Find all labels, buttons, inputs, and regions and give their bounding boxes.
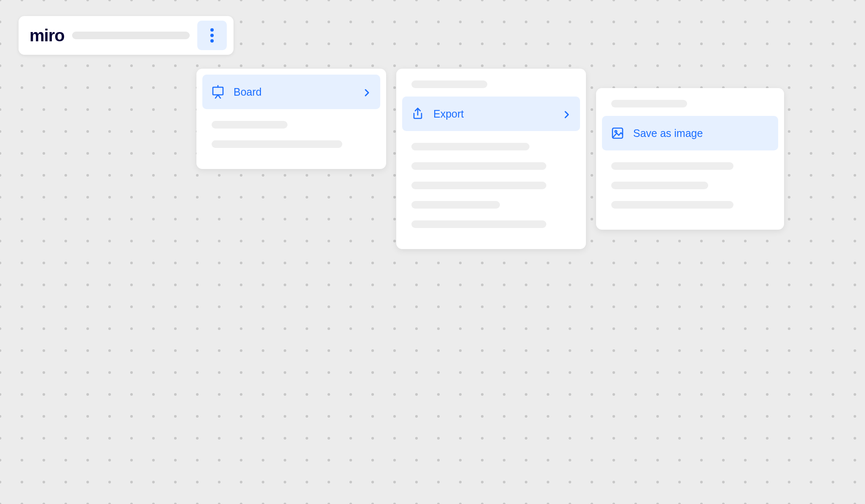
miro-logo[interactable]: miro [30,26,64,45]
menu-item-board[interactable]: Board [202,75,380,109]
board-submenu-dropdown: Export [396,69,586,249]
board-toolbar: miro [19,16,234,55]
menu-item-placeholder[interactable] [611,162,733,170]
menu-item-export[interactable]: Export [402,97,580,131]
kebab-icon [210,28,214,43]
svg-point-1 [210,34,214,37]
menu-item-placeholder[interactable] [411,182,546,189]
main-menu-dropdown: Board [196,69,386,169]
menu-item-label: Export [433,108,555,120]
svg-point-0 [210,28,214,32]
menu-item-label: Board [234,86,355,98]
menu-item-placeholder[interactable] [411,143,529,150]
svg-point-9 [615,131,617,132]
menu-item-save-as-image[interactable]: Save as image [602,116,778,150]
menu-item-placeholder[interactable] [411,80,487,88]
export-upload-icon [411,107,424,120]
menu-item-placeholder[interactable] [611,182,708,189]
svg-point-2 [210,39,214,43]
board-easel-icon [212,86,224,98]
export-submenu-dropdown: Save as image [596,88,784,230]
menu-item-placeholder[interactable] [611,100,687,107]
menu-item-placeholder[interactable] [411,162,546,170]
menu-item-placeholder[interactable] [611,201,733,209]
svg-rect-3 [213,87,223,95]
menu-item-placeholder[interactable] [212,140,342,148]
menu-item-placeholder[interactable] [411,201,500,209]
menu-item-label: Save as image [633,127,769,139]
menu-item-placeholder[interactable] [212,121,287,129]
image-icon [611,127,624,139]
chevron-right-icon [564,110,571,117]
chevron-right-icon [364,88,371,95]
board-title-placeholder[interactable] [72,32,190,39]
board-more-menu-button[interactable] [197,21,227,50]
menu-item-placeholder[interactable] [411,220,546,228]
